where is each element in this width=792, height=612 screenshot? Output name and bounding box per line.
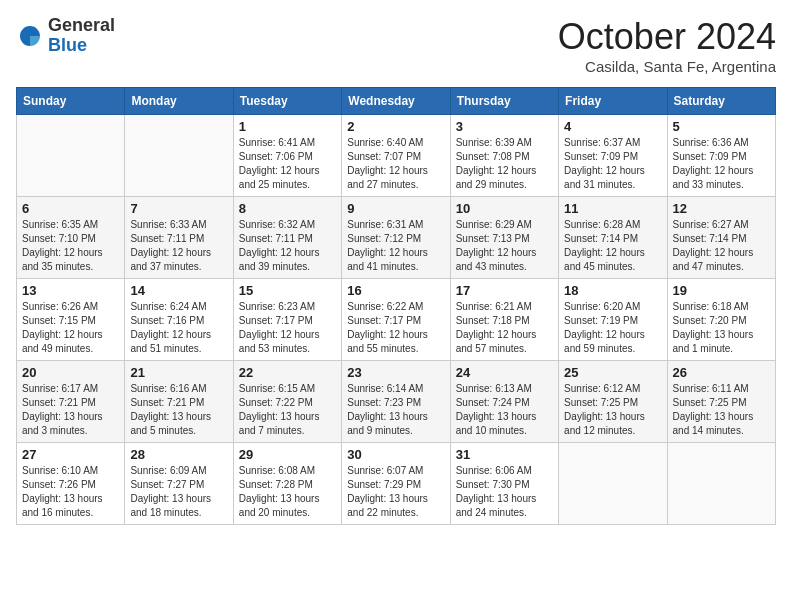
day-number: 23 [347, 365, 444, 380]
day-info: Sunrise: 6:27 AMSunset: 7:14 PMDaylight:… [673, 218, 770, 274]
calendar-week-row: 1Sunrise: 6:41 AMSunset: 7:06 PMDaylight… [17, 115, 776, 197]
day-number: 11 [564, 201, 661, 216]
calendar-cell: 4Sunrise: 6:37 AMSunset: 7:09 PMDaylight… [559, 115, 667, 197]
day-info: Sunrise: 6:41 AMSunset: 7:06 PMDaylight:… [239, 136, 336, 192]
day-info: Sunrise: 6:39 AMSunset: 7:08 PMDaylight:… [456, 136, 553, 192]
day-number: 22 [239, 365, 336, 380]
calendar-cell: 18Sunrise: 6:20 AMSunset: 7:19 PMDayligh… [559, 279, 667, 361]
day-info: Sunrise: 6:10 AMSunset: 7:26 PMDaylight:… [22, 464, 119, 520]
calendar-cell [17, 115, 125, 197]
day-number: 3 [456, 119, 553, 134]
day-number: 14 [130, 283, 227, 298]
calendar-cell [125, 115, 233, 197]
day-number: 28 [130, 447, 227, 462]
header-saturday: Saturday [667, 88, 775, 115]
day-number: 2 [347, 119, 444, 134]
calendar-cell: 13Sunrise: 6:26 AMSunset: 7:15 PMDayligh… [17, 279, 125, 361]
location-subtitle: Casilda, Santa Fe, Argentina [558, 58, 776, 75]
calendar-cell: 23Sunrise: 6:14 AMSunset: 7:23 PMDayligh… [342, 361, 450, 443]
day-info: Sunrise: 6:33 AMSunset: 7:11 PMDaylight:… [130, 218, 227, 274]
day-info: Sunrise: 6:08 AMSunset: 7:28 PMDaylight:… [239, 464, 336, 520]
calendar-cell: 6Sunrise: 6:35 AMSunset: 7:10 PMDaylight… [17, 197, 125, 279]
day-number: 15 [239, 283, 336, 298]
logo-icon [16, 22, 44, 50]
day-number: 30 [347, 447, 444, 462]
calendar-cell: 24Sunrise: 6:13 AMSunset: 7:24 PMDayligh… [450, 361, 558, 443]
calendar-cell: 25Sunrise: 6:12 AMSunset: 7:25 PMDayligh… [559, 361, 667, 443]
day-number: 4 [564, 119, 661, 134]
day-info: Sunrise: 6:29 AMSunset: 7:13 PMDaylight:… [456, 218, 553, 274]
day-info: Sunrise: 6:09 AMSunset: 7:27 PMDaylight:… [130, 464, 227, 520]
month-title: October 2024 [558, 16, 776, 58]
calendar-cell: 20Sunrise: 6:17 AMSunset: 7:21 PMDayligh… [17, 361, 125, 443]
day-info: Sunrise: 6:28 AMSunset: 7:14 PMDaylight:… [564, 218, 661, 274]
day-info: Sunrise: 6:21 AMSunset: 7:18 PMDaylight:… [456, 300, 553, 356]
day-number: 27 [22, 447, 119, 462]
calendar-cell: 11Sunrise: 6:28 AMSunset: 7:14 PMDayligh… [559, 197, 667, 279]
header-sunday: Sunday [17, 88, 125, 115]
calendar-cell: 8Sunrise: 6:32 AMSunset: 7:11 PMDaylight… [233, 197, 341, 279]
header-friday: Friday [559, 88, 667, 115]
day-number: 31 [456, 447, 553, 462]
day-info: Sunrise: 6:17 AMSunset: 7:21 PMDaylight:… [22, 382, 119, 438]
calendar-cell: 2Sunrise: 6:40 AMSunset: 7:07 PMDaylight… [342, 115, 450, 197]
day-info: Sunrise: 6:23 AMSunset: 7:17 PMDaylight:… [239, 300, 336, 356]
day-number: 20 [22, 365, 119, 380]
day-number: 10 [456, 201, 553, 216]
day-number: 26 [673, 365, 770, 380]
day-number: 25 [564, 365, 661, 380]
day-info: Sunrise: 6:20 AMSunset: 7:19 PMDaylight:… [564, 300, 661, 356]
day-info: Sunrise: 6:06 AMSunset: 7:30 PMDaylight:… [456, 464, 553, 520]
day-info: Sunrise: 6:15 AMSunset: 7:22 PMDaylight:… [239, 382, 336, 438]
calendar-cell: 9Sunrise: 6:31 AMSunset: 7:12 PMDaylight… [342, 197, 450, 279]
day-number: 8 [239, 201, 336, 216]
calendar-cell: 31Sunrise: 6:06 AMSunset: 7:30 PMDayligh… [450, 443, 558, 525]
calendar-cell: 12Sunrise: 6:27 AMSunset: 7:14 PMDayligh… [667, 197, 775, 279]
calendar-week-row: 27Sunrise: 6:10 AMSunset: 7:26 PMDayligh… [17, 443, 776, 525]
day-info: Sunrise: 6:14 AMSunset: 7:23 PMDaylight:… [347, 382, 444, 438]
day-info: Sunrise: 6:24 AMSunset: 7:16 PMDaylight:… [130, 300, 227, 356]
calendar-cell: 29Sunrise: 6:08 AMSunset: 7:28 PMDayligh… [233, 443, 341, 525]
header-tuesday: Tuesday [233, 88, 341, 115]
calendar-cell: 30Sunrise: 6:07 AMSunset: 7:29 PMDayligh… [342, 443, 450, 525]
calendar-cell: 27Sunrise: 6:10 AMSunset: 7:26 PMDayligh… [17, 443, 125, 525]
day-info: Sunrise: 6:26 AMSunset: 7:15 PMDaylight:… [22, 300, 119, 356]
day-info: Sunrise: 6:31 AMSunset: 7:12 PMDaylight:… [347, 218, 444, 274]
calendar-cell: 3Sunrise: 6:39 AMSunset: 7:08 PMDaylight… [450, 115, 558, 197]
day-number: 17 [456, 283, 553, 298]
calendar-week-row: 6Sunrise: 6:35 AMSunset: 7:10 PMDaylight… [17, 197, 776, 279]
calendar-cell: 19Sunrise: 6:18 AMSunset: 7:20 PMDayligh… [667, 279, 775, 361]
day-info: Sunrise: 6:07 AMSunset: 7:29 PMDaylight:… [347, 464, 444, 520]
day-info: Sunrise: 6:11 AMSunset: 7:25 PMDaylight:… [673, 382, 770, 438]
day-info: Sunrise: 6:16 AMSunset: 7:21 PMDaylight:… [130, 382, 227, 438]
day-number: 7 [130, 201, 227, 216]
calendar-cell [559, 443, 667, 525]
calendar-table: SundayMondayTuesdayWednesdayThursdayFrid… [16, 87, 776, 525]
logo: General Blue [16, 16, 115, 56]
day-number: 24 [456, 365, 553, 380]
day-number: 5 [673, 119, 770, 134]
header-monday: Monday [125, 88, 233, 115]
calendar-cell: 1Sunrise: 6:41 AMSunset: 7:06 PMDaylight… [233, 115, 341, 197]
day-info: Sunrise: 6:18 AMSunset: 7:20 PMDaylight:… [673, 300, 770, 356]
day-number: 21 [130, 365, 227, 380]
title-block: October 2024 Casilda, Santa Fe, Argentin… [558, 16, 776, 75]
day-number: 12 [673, 201, 770, 216]
calendar-week-row: 20Sunrise: 6:17 AMSunset: 7:21 PMDayligh… [17, 361, 776, 443]
calendar-cell [667, 443, 775, 525]
day-number: 19 [673, 283, 770, 298]
calendar-cell: 15Sunrise: 6:23 AMSunset: 7:17 PMDayligh… [233, 279, 341, 361]
logo-text: General Blue [48, 16, 115, 56]
day-info: Sunrise: 6:12 AMSunset: 7:25 PMDaylight:… [564, 382, 661, 438]
calendar-cell: 28Sunrise: 6:09 AMSunset: 7:27 PMDayligh… [125, 443, 233, 525]
day-number: 18 [564, 283, 661, 298]
calendar-cell: 26Sunrise: 6:11 AMSunset: 7:25 PMDayligh… [667, 361, 775, 443]
day-number: 1 [239, 119, 336, 134]
day-number: 16 [347, 283, 444, 298]
day-info: Sunrise: 6:22 AMSunset: 7:17 PMDaylight:… [347, 300, 444, 356]
calendar-header-row: SundayMondayTuesdayWednesdayThursdayFrid… [17, 88, 776, 115]
calendar-cell: 7Sunrise: 6:33 AMSunset: 7:11 PMDaylight… [125, 197, 233, 279]
calendar-week-row: 13Sunrise: 6:26 AMSunset: 7:15 PMDayligh… [17, 279, 776, 361]
page-header: General Blue October 2024 Casilda, Santa… [16, 16, 776, 75]
calendar-cell: 22Sunrise: 6:15 AMSunset: 7:22 PMDayligh… [233, 361, 341, 443]
